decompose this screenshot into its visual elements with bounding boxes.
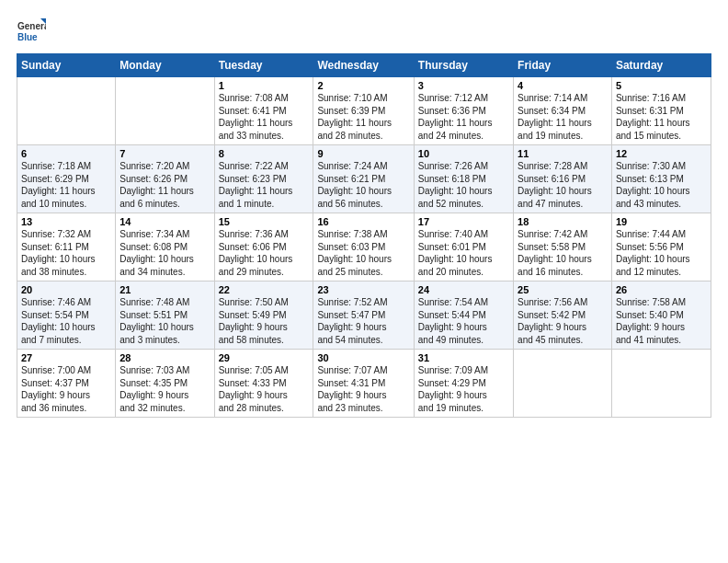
day-number: 24: [418, 284, 509, 295]
cell-info: Sunrise: 7:52 AM Sunset: 5:47 PM Dayligh…: [317, 296, 409, 346]
cell-info: Sunrise: 7:05 AM Sunset: 4:33 PM Dayligh…: [219, 364, 310, 414]
day-number: 21: [119, 284, 210, 295]
col-header-monday: Monday: [116, 54, 214, 77]
calendar-cell: 12Sunrise: 7:30 AM Sunset: 6:13 PM Dayli…: [611, 145, 711, 213]
cell-info: Sunrise: 7:40 AM Sunset: 6:01 PM Dayligh…: [418, 228, 509, 278]
cell-info: Sunrise: 7:20 AM Sunset: 6:26 PM Dayligh…: [119, 160, 210, 210]
calendar-cell: 22Sunrise: 7:50 AM Sunset: 5:49 PM Dayli…: [214, 282, 313, 350]
day-number: 12: [616, 148, 707, 159]
calendar-cell: [116, 77, 214, 145]
cell-info: Sunrise: 7:30 AM Sunset: 6:13 PM Dayligh…: [616, 160, 707, 210]
day-number: 2: [317, 80, 409, 91]
calendar-cell: 26Sunrise: 7:58 AM Sunset: 5:40 PM Dayli…: [611, 282, 711, 350]
calendar-cell: 6Sunrise: 7:18 AM Sunset: 6:29 PM Daylig…: [17, 145, 116, 213]
col-header-sunday: Sunday: [17, 54, 116, 77]
col-header-friday: Friday: [514, 54, 612, 77]
cell-info: Sunrise: 7:46 AM Sunset: 5:54 PM Dayligh…: [21, 296, 111, 346]
calendar-row: 6Sunrise: 7:18 AM Sunset: 6:29 PM Daylig…: [17, 145, 711, 213]
day-number: 1: [219, 80, 310, 91]
calendar-cell: [611, 350, 711, 418]
cell-info: Sunrise: 7:26 AM Sunset: 6:18 PM Dayligh…: [418, 160, 509, 210]
cell-info: Sunrise: 7:12 AM Sunset: 6:36 PM Dayligh…: [418, 92, 509, 142]
cell-info: Sunrise: 7:58 AM Sunset: 5:40 PM Dayligh…: [616, 296, 707, 346]
calendar-row: 20Sunrise: 7:46 AM Sunset: 5:54 PM Dayli…: [17, 282, 711, 350]
cell-info: Sunrise: 7:28 AM Sunset: 6:16 PM Dayligh…: [518, 160, 608, 210]
calendar-row: 27Sunrise: 7:00 AM Sunset: 4:37 PM Dayli…: [17, 350, 711, 418]
calendar-cell: 10Sunrise: 7:26 AM Sunset: 6:18 PM Dayli…: [414, 145, 513, 213]
cell-info: Sunrise: 7:18 AM Sunset: 6:29 PM Dayligh…: [21, 160, 111, 210]
day-number: 25: [518, 284, 608, 295]
day-number: 27: [21, 352, 111, 363]
calendar-cell: 4Sunrise: 7:14 AM Sunset: 6:34 PM Daylig…: [514, 77, 612, 145]
cell-info: Sunrise: 7:09 AM Sunset: 4:29 PM Dayligh…: [418, 364, 509, 414]
day-number: 13: [21, 216, 111, 227]
day-number: 14: [119, 216, 210, 227]
day-number: 29: [219, 352, 310, 363]
calendar-cell: 17Sunrise: 7:40 AM Sunset: 6:01 PM Dayli…: [414, 213, 513, 282]
calendar-cell: 5Sunrise: 7:16 AM Sunset: 6:31 PM Daylig…: [611, 77, 711, 145]
col-header-wednesday: Wednesday: [313, 54, 414, 77]
calendar-cell: 7Sunrise: 7:20 AM Sunset: 6:26 PM Daylig…: [116, 145, 214, 213]
cell-info: Sunrise: 7:03 AM Sunset: 4:35 PM Dayligh…: [119, 364, 210, 414]
cell-info: Sunrise: 7:44 AM Sunset: 5:56 PM Dayligh…: [616, 228, 707, 278]
calendar-cell: 18Sunrise: 7:42 AM Sunset: 5:58 PM Dayli…: [514, 213, 612, 282]
calendar-cell: 25Sunrise: 7:56 AM Sunset: 5:42 PM Dayli…: [514, 282, 612, 350]
cell-info: Sunrise: 7:14 AM Sunset: 6:34 PM Dayligh…: [518, 92, 608, 142]
cell-info: Sunrise: 7:36 AM Sunset: 6:06 PM Dayligh…: [219, 228, 310, 278]
calendar-cell: 19Sunrise: 7:44 AM Sunset: 5:56 PM Dayli…: [611, 213, 711, 282]
cell-info: Sunrise: 7:24 AM Sunset: 6:21 PM Dayligh…: [317, 160, 409, 210]
col-header-thursday: Thursday: [414, 54, 513, 77]
calendar-cell: 11Sunrise: 7:28 AM Sunset: 6:16 PM Dayli…: [514, 145, 612, 213]
calendar-cell: [17, 77, 116, 145]
calendar-cell: 27Sunrise: 7:00 AM Sunset: 4:37 PM Dayli…: [17, 350, 116, 418]
calendar-cell: 13Sunrise: 7:32 AM Sunset: 6:11 PM Dayli…: [17, 213, 116, 282]
logo: General Blue: [17, 17, 46, 46]
calendar-cell: 29Sunrise: 7:05 AM Sunset: 4:33 PM Dayli…: [214, 350, 313, 418]
cell-info: Sunrise: 7:32 AM Sunset: 6:11 PM Dayligh…: [21, 228, 111, 278]
day-number: 11: [518, 148, 608, 159]
page-header: General Blue: [17, 17, 711, 46]
day-number: 19: [616, 216, 707, 227]
cell-info: Sunrise: 7:22 AM Sunset: 6:23 PM Dayligh…: [219, 160, 310, 210]
calendar-cell: 31Sunrise: 7:09 AM Sunset: 4:29 PM Dayli…: [414, 350, 513, 418]
day-number: 17: [418, 216, 509, 227]
day-number: 22: [219, 284, 310, 295]
calendar-cell: 28Sunrise: 7:03 AM Sunset: 4:35 PM Dayli…: [116, 350, 214, 418]
cell-info: Sunrise: 7:08 AM Sunset: 6:41 PM Dayligh…: [219, 92, 310, 142]
day-number: 7: [119, 148, 210, 159]
day-number: 15: [219, 216, 310, 227]
day-number: 8: [219, 148, 310, 159]
day-number: 23: [317, 284, 409, 295]
cell-info: Sunrise: 7:38 AM Sunset: 6:03 PM Dayligh…: [317, 228, 409, 278]
calendar-header-row: SundayMondayTuesdayWednesdayThursdayFrid…: [17, 54, 711, 77]
calendar-cell: 15Sunrise: 7:36 AM Sunset: 6:06 PM Dayli…: [214, 213, 313, 282]
cell-info: Sunrise: 7:48 AM Sunset: 5:51 PM Dayligh…: [119, 296, 210, 346]
calendar-cell: 24Sunrise: 7:54 AM Sunset: 5:44 PM Dayli…: [414, 282, 513, 350]
calendar-cell: 21Sunrise: 7:48 AM Sunset: 5:51 PM Dayli…: [116, 282, 214, 350]
calendar-row: 13Sunrise: 7:32 AM Sunset: 6:11 PM Dayli…: [17, 213, 711, 282]
calendar-cell: 9Sunrise: 7:24 AM Sunset: 6:21 PM Daylig…: [313, 145, 414, 213]
svg-text:Blue: Blue: [17, 32, 38, 42]
cell-info: Sunrise: 7:54 AM Sunset: 5:44 PM Dayligh…: [418, 296, 509, 346]
calendar-cell: 30Sunrise: 7:07 AM Sunset: 4:31 PM Dayli…: [313, 350, 414, 418]
calendar-row: 1Sunrise: 7:08 AM Sunset: 6:41 PM Daylig…: [17, 77, 711, 145]
calendar-cell: 1Sunrise: 7:08 AM Sunset: 6:41 PM Daylig…: [214, 77, 313, 145]
calendar-cell: 16Sunrise: 7:38 AM Sunset: 6:03 PM Dayli…: [313, 213, 414, 282]
calendar-cell: 8Sunrise: 7:22 AM Sunset: 6:23 PM Daylig…: [214, 145, 313, 213]
day-number: 20: [21, 284, 111, 295]
day-number: 26: [616, 284, 707, 295]
day-number: 9: [317, 148, 409, 159]
calendar-cell: 3Sunrise: 7:12 AM Sunset: 6:36 PM Daylig…: [414, 77, 513, 145]
day-number: 31: [418, 352, 509, 363]
col-header-saturday: Saturday: [611, 54, 711, 77]
day-number: 30: [317, 352, 409, 363]
cell-info: Sunrise: 7:16 AM Sunset: 6:31 PM Dayligh…: [616, 92, 707, 142]
cell-info: Sunrise: 7:34 AM Sunset: 6:08 PM Dayligh…: [119, 228, 210, 278]
day-number: 4: [518, 80, 608, 91]
day-number: 10: [418, 148, 509, 159]
cell-info: Sunrise: 7:50 AM Sunset: 5:49 PM Dayligh…: [219, 296, 310, 346]
cell-info: Sunrise: 7:07 AM Sunset: 4:31 PM Dayligh…: [317, 364, 409, 414]
calendar-cell: 23Sunrise: 7:52 AM Sunset: 5:47 PM Dayli…: [313, 282, 414, 350]
cell-info: Sunrise: 7:00 AM Sunset: 4:37 PM Dayligh…: [21, 364, 111, 414]
col-header-tuesday: Tuesday: [214, 54, 313, 77]
